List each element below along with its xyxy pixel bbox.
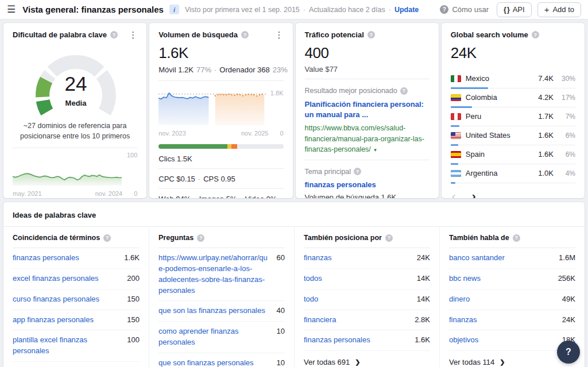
column-header: Coincidencia de términos (13, 234, 100, 242)
keyword-link[interactable]: excel finanzas personales (13, 273, 121, 284)
help-icon[interactable]: ? (241, 31, 249, 38)
video-share: Video 0% (245, 195, 277, 198)
country-row[interactable]: Argentina 1.0K 4% (451, 164, 575, 183)
country-percent: 17% (558, 94, 575, 102)
pager-prev-icon[interactable]: ‹ (452, 190, 456, 198)
keyword-volume: 24K (562, 315, 575, 324)
keyword-volume: 1.6M (559, 253, 575, 262)
separator-dot: · (198, 175, 200, 183)
api-button[interactable]: { } API (497, 2, 532, 17)
keyword-link[interactable]: objetivos (449, 335, 556, 346)
country-percent: 6% (558, 132, 575, 140)
keyword-link[interactable]: que son las finanzas personales (158, 306, 271, 316)
keyword-row: todo 14K (304, 289, 430, 310)
traffic-potential-card: Tráfico potencial ? 400 Value $77 Result… (296, 23, 439, 198)
volume-value: 1.6K (158, 44, 283, 62)
keyword-volume: 200 (127, 273, 140, 283)
keyword-row: finanzas 24K (449, 310, 575, 331)
keyword-link[interactable]: finanzas (304, 253, 411, 264)
country-row[interactable]: Colombia 4.2K 17% (451, 88, 575, 107)
keyword-volume: 1.6K (415, 335, 430, 344)
keyword-row: que son las finanzas personales 40 (158, 301, 285, 322)
country-flag-icon (451, 170, 461, 177)
country-list: Mexico 7.4K 30% Colombia 4.2K 17% Peru 1… (451, 69, 575, 183)
clicks-value: Clics 1.5K (158, 154, 283, 163)
country-row[interactable]: Spain 1.6K 6% (451, 145, 575, 164)
clicks-bar-segment-other (231, 144, 237, 149)
parent-topic-link[interactable]: finanzas personales (305, 180, 430, 189)
see-all-link[interactable]: Ver todas 1,040 ❯ (13, 362, 140, 367)
keyword-link[interactable]: finanzas personales (13, 253, 118, 264)
kd-history-chart (13, 157, 122, 186)
keyword-link[interactable]: curso finanzas personales (13, 294, 121, 305)
card-title: Tráfico potencial (305, 30, 364, 39)
keyword-link[interactable]: bbc news (449, 273, 552, 284)
help-icon[interactable]: ? (197, 234, 204, 242)
separator-dot: · (280, 195, 282, 198)
keyword-link[interactable]: que son finanzas personales (158, 358, 271, 367)
cpc-value: CPC $0.15 (158, 175, 195, 183)
clicks-bar-segment-organic (158, 144, 227, 149)
page-meta: Visto por primera vez el 1 sep. 2015 · A… (185, 6, 419, 14)
keyword-link[interactable]: finanzas personales (304, 335, 409, 346)
help-fab-button[interactable]: ? (557, 341, 580, 364)
kd-value: 24 (13, 72, 139, 95)
keyword-row: que son finanzas personales 10 (158, 353, 285, 367)
help-icon[interactable]: ? (103, 234, 111, 242)
help-icon[interactable]: ? (385, 234, 393, 242)
see-all-link[interactable]: Ver todas 114 ❯ (449, 351, 575, 366)
kebab-menu-icon[interactable]: ⋮ (275, 30, 284, 39)
keyword-row: objetivos 18K (449, 330, 575, 351)
keyword-link[interactable]: https://www.urlpay.net/ahorrar/que-podem… (158, 253, 271, 296)
kd-level-label: Media (13, 99, 139, 107)
keyword-link[interactable]: todo (304, 294, 411, 305)
keyword-volume: 60 (277, 253, 285, 262)
keyword-link[interactable]: finanzas (449, 315, 556, 326)
help-icon[interactable]: ? (400, 87, 408, 95)
country-pager: ‹ › (451, 190, 575, 198)
traffic-value: 400 (305, 44, 430, 62)
country-row[interactable]: Peru 1.7K 7% (451, 107, 575, 126)
divider (305, 79, 430, 79)
keyword-link[interactable]: app finanzas personales (13, 315, 121, 326)
top-result-title-link[interactable]: Planificación financiera personal: un ma… (305, 99, 430, 120)
keyword-link[interactable]: como aprender finanzas personales (158, 326, 271, 348)
column-header: También posiciona por (304, 234, 382, 242)
keyword-ideas-card: Ideas de palabras clave Coincidencia de … (3, 202, 585, 367)
top-result-url[interactable]: https://www.bbva.com/es/salud-financiera… (305, 123, 430, 154)
country-row[interactable]: Mexico 7.4K 30% (451, 69, 575, 88)
keyword-link[interactable]: banco santander (449, 253, 553, 264)
country-flag-icon (451, 132, 461, 139)
volume-trend-section: 1.8K nov. 2023 nov. 2025 0 (158, 80, 283, 137)
add-to-button[interactable]: + Add to (537, 2, 581, 17)
update-link[interactable]: Update (394, 6, 419, 14)
help-icon[interactable]: ? (513, 234, 520, 242)
help-icon[interactable]: ? (354, 168, 361, 175)
keyword-row: dinero 49K (449, 289, 575, 310)
keyword-link[interactable]: dinero (449, 294, 556, 305)
keyword-row: finanzas personales 1.6K (304, 330, 430, 351)
caret-down-icon[interactable]: ▾ (374, 147, 377, 153)
help-icon[interactable]: ? (110, 31, 118, 38)
see-all-link[interactable]: Ver todas 691 ❯ (304, 351, 430, 366)
keyword-row: https://www.urlpay.net/ahorrar/que-podem… (158, 248, 285, 301)
help-icon[interactable]: ? (368, 31, 375, 38)
keyword-link[interactable]: plantilla excel finanzas personales (13, 335, 121, 357)
clicks-bar-segment-no-click (237, 144, 283, 149)
menu-icon[interactable]: ☰ (7, 3, 16, 16)
keyword-link[interactable]: todos (304, 273, 411, 284)
country-row[interactable]: United States 1.6K 6% (451, 126, 575, 145)
info-badge-icon[interactable]: i (169, 5, 179, 14)
kebab-menu-icon[interactable]: ⋮ (129, 30, 137, 39)
keyword-link[interactable]: financiera (304, 315, 409, 326)
help-icon[interactable]: ? (532, 31, 539, 38)
how-to-use-link[interactable]: ? Cómo usar (440, 5, 489, 14)
country-percent: 6% (558, 150, 575, 159)
global-volume-card: Global search volume ? 24K Mexico 7.4K 3… (442, 23, 585, 198)
keyword-row: financiera 2.8K (304, 310, 430, 331)
country-percent: 30% (558, 75, 575, 83)
pager-next-icon[interactable]: › (472, 190, 476, 198)
column-header: Preguntas (158, 234, 194, 242)
country-flag-icon (451, 75, 461, 82)
help-circle-icon: ? (440, 5, 448, 14)
